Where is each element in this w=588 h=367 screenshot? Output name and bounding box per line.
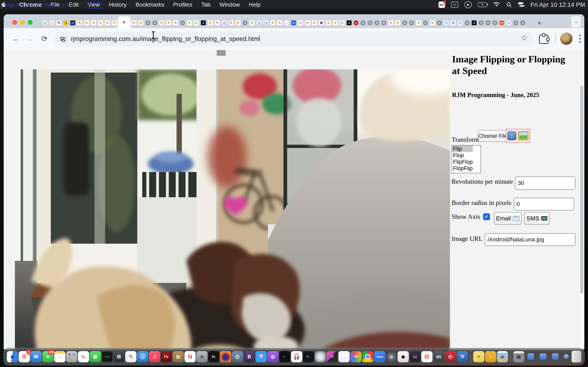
browser-tab[interactable]: ✎ [165, 17, 172, 28]
browser-tab[interactable]: G [443, 17, 450, 28]
scrollbar-track[interactable] [579, 85, 584, 349]
browser-tab[interactable]: ✎ [228, 17, 234, 28]
browser-tab[interactable]: ◷ [255, 17, 262, 28]
window-close-button[interactable] [12, 20, 17, 25]
browser-tab[interactable]: ◷ [262, 17, 269, 28]
scrollbar-thumb[interactable] [580, 86, 583, 294]
profile-avatar[interactable] [560, 33, 572, 45]
site-settings-icon[interactable] [60, 36, 66, 42]
browser-tab[interactable]: ✎ [429, 17, 436, 28]
browser-tab[interactable]: ◷ [42, 17, 48, 28]
browser-tab[interactable]: ✎ [332, 17, 339, 28]
menu-profiles[interactable]: Profiles [169, 1, 197, 8]
browser-tab[interactable]: S [512, 17, 519, 28]
dock-firefox-icon[interactable] [220, 351, 231, 362]
dock-news-icon[interactable]: N [184, 351, 196, 362]
new-tab-button[interactable]: + [535, 19, 544, 27]
transform-option-flipflop[interactable]: FlipFlop [452, 159, 481, 165]
browser-tab[interactable]: AFL [353, 17, 360, 28]
browser-tab[interactable]: ⌘ [318, 17, 325, 28]
menu-window[interactable]: Window [215, 1, 244, 8]
browser-tab[interactable]: ✎ [311, 17, 318, 28]
dock-archive-app-icon[interactable]: ▤ [173, 351, 184, 362]
close-tab-icon[interactable]: × [123, 19, 126, 25]
dock-lightbulb-app-icon[interactable]: ☼ [485, 351, 496, 362]
browser-tab[interactable]: S [492, 17, 498, 28]
browser-tab[interactable]: S [436, 17, 443, 28]
browser-tab[interactable]: S [464, 17, 471, 28]
browser-tab[interactable]: S [346, 17, 353, 28]
dock-safari-icon[interactable]: ➢ [255, 351, 267, 362]
dock-chrome-icon[interactable] [362, 351, 373, 362]
browser-tab[interactable]: S [471, 17, 477, 28]
sms-button[interactable]: SMS [524, 212, 550, 225]
dock-gauge-app-icon[interactable]: ◴ [445, 351, 456, 362]
dock-reminders-icon[interactable]: ☰3 [18, 351, 30, 362]
dock-intellij-icon[interactable]: IJ [327, 351, 338, 362]
bookmark-star-icon[interactable]: ☆ [519, 33, 530, 42]
dock-notes-icon[interactable]: ▬ [54, 351, 65, 362]
dock-stickies-icon[interactable]: ≋ [473, 351, 484, 362]
file-input-selection-box[interactable]: ↑ [506, 129, 530, 143]
show-axis-checkbox[interactable]: ✓ [483, 213, 490, 220]
choose-file-button[interactable]: Choose File [477, 130, 508, 142]
browser-tab[interactable]: ✎ [214, 17, 221, 28]
dock-music-icon[interactable]: ♫ [149, 351, 160, 362]
browser-tab[interactable]: ✎ [269, 17, 276, 28]
browser-tab[interactable]: ✎ [276, 17, 283, 28]
browser-tab[interactable]: ✎ [130, 17, 138, 28]
transform-option-flopflip[interactable]: FlopFlip [452, 165, 481, 172]
browser-tab[interactable]: M [55, 17, 62, 28]
window-zoom-button[interactable] [28, 20, 33, 25]
browser-tab[interactable]: ✎ [104, 17, 111, 28]
transform-option-flip[interactable]: Flip [452, 146, 481, 152]
browser-tab[interactable]: ask [498, 17, 505, 28]
dock-hammer-app-icon[interactable]: ⚒ [457, 351, 468, 362]
browser-tab[interactable]: S [242, 17, 249, 28]
active-tab[interactable]: × [118, 16, 130, 28]
browser-tab[interactable]: ✎ [158, 17, 165, 28]
browser-tab[interactable]: ✎ [83, 17, 90, 28]
browser-tab[interactable]: ∴ [283, 17, 290, 28]
email-button[interactable]: Email [494, 212, 522, 225]
dock-podcasts-icon[interactable]: ◎ [267, 351, 278, 362]
tab-search-chevron[interactable]: ⌄ [571, 16, 581, 27]
dock-facetime-icon[interactable]: ▣ [90, 351, 101, 362]
browser-tab[interactable]: S [200, 17, 207, 28]
browser-tab[interactable]: ✎ [297, 17, 304, 28]
browser-tab[interactable]: ✎ [172, 17, 179, 28]
window-minimize-button[interactable] [20, 20, 25, 25]
dock-exec-terminal-icon[interactable]: exec [102, 351, 113, 362]
back-button[interactable]: ← [10, 33, 22, 44]
extensions-puzzle-icon[interactable] [539, 35, 548, 44]
menu-tab[interactable]: Tab [197, 1, 215, 8]
browser-tab[interactable]: ✎ [207, 17, 214, 28]
browser-tab[interactable]: ✎ [304, 17, 311, 28]
reload-button[interactable]: ⟳ [39, 33, 50, 44]
address-bar[interactable]: rjmprogramming.com.au/image_flipping_or_… [54, 32, 533, 46]
browser-tab[interactable]: ✎ [234, 17, 242, 28]
transform-option-flop[interactable]: Flop [452, 152, 481, 159]
browser-tab[interactable]: brit box [69, 17, 76, 28]
browser-tab[interactable]: S [366, 17, 373, 28]
menu-bookmarks[interactable]: Bookmarks [131, 1, 169, 8]
dock-blocked-drive-app-icon[interactable]: ⊘ [232, 351, 243, 362]
image-url-input[interactable]: /Android/NalaLuna.jpg [485, 233, 575, 246]
browser-tab[interactable]: ◷ [221, 17, 228, 28]
dock-messages-icon[interactable]: ●208 [42, 351, 53, 362]
browser-tab[interactable]: ✎ [97, 17, 104, 28]
dock-b-editor-app-icon[interactable]: B [243, 351, 255, 362]
dock-quicktime-icon[interactable]: Q [315, 351, 326, 362]
dock-printer-icon[interactable]: ▤ [513, 351, 524, 362]
browser-tab[interactable]: ✎ [76, 17, 83, 28]
dock-green-terminal-icon[interactable]: >_ [279, 351, 290, 362]
url-text[interactable]: rjmprogramming.com.au/image_flipping_or_… [71, 35, 260, 43]
browser-tab[interactable]: ✎ [111, 17, 118, 28]
dock-dark-disc-app-icon[interactable]: ◍ [386, 351, 397, 362]
dock-finder-icon[interactable]: ☻ [7, 351, 18, 362]
browser-tab[interactable]: S [519, 17, 526, 28]
input-source-icon[interactable]: ☰ [451, 2, 458, 8]
spotlight-search-icon[interactable] [506, 2, 512, 8]
browser-tab[interactable]: ⚙ [450, 17, 457, 28]
browser-tab[interactable]: S [179, 17, 186, 28]
